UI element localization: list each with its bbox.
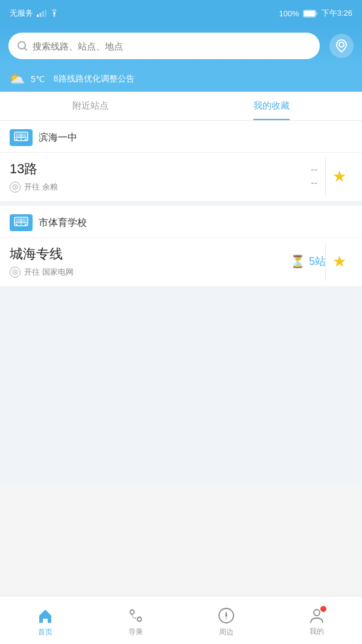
star-button-2[interactable]: ★: [326, 248, 352, 275]
svg-rect-2: [42, 11, 44, 17]
route-direction-2: 开往 国家电网: [10, 267, 290, 278]
bottom-nav: 首页 导乘 周边: [0, 596, 362, 644]
notification-dot: [320, 606, 326, 612]
compass-svg: [218, 607, 235, 624]
arrow-icon: [12, 184, 18, 190]
route-name-1[interactable]: 13路: [10, 160, 311, 178]
search-bar[interactable]: [8, 33, 320, 59]
svg-rect-0: [37, 14, 39, 17]
location-icon: [334, 39, 349, 53]
svg-rect-20: [16, 224, 17, 225]
bus-stop-icon-2: [10, 214, 33, 231]
search-input[interactable]: [33, 41, 311, 51]
direction-arrow-1: [10, 182, 21, 193]
divider-1: [325, 158, 326, 196]
status-right: 100% 下午3:26: [279, 8, 352, 19]
station-group-1: 滨海一中 13路 开往 余粮 -- --: [0, 121, 362, 201]
route-svg: [127, 607, 144, 624]
svg-rect-21: [25, 224, 27, 225]
svg-rect-6: [303, 10, 315, 16]
divider-2: [325, 243, 326, 281]
status-bottom-1: --: [311, 177, 317, 188]
arrow-icon-2: [12, 269, 18, 275]
svg-point-31: [314, 610, 320, 616]
home-label: 首页: [38, 627, 52, 637]
status-bar: 无服务 100% 下午3:26: [0, 0, 362, 27]
station-header-2: 市体育学校: [0, 206, 362, 237]
svg-point-25: [130, 610, 135, 614]
direction-text-1: 开往 余粮: [24, 182, 58, 193]
star-icon-1: ★: [332, 167, 346, 186]
bus-stop-icon-1: [10, 129, 33, 146]
battery-icon: [303, 10, 318, 18]
mine-label: 我的: [310, 626, 324, 637]
guide-label: 导乘: [129, 627, 143, 637]
wifi-icon: [37, 10, 46, 17]
svg-line-9: [25, 48, 27, 51]
tab-nearby[interactable]: 附近站点: [0, 92, 181, 120]
svg-point-10: [339, 42, 344, 47]
station-group-2: 市体育学校 城海专线 开往 国家电网 ⏳ 5站: [0, 206, 362, 286]
nav-nearby[interactable]: 周边: [181, 603, 272, 637]
tab-favorites[interactable]: 我的收藏: [181, 92, 362, 120]
star-button-1[interactable]: ★: [326, 163, 352, 190]
home-svg: [37, 607, 54, 624]
compass-icon: [217, 607, 235, 625]
status-top-1: --: [311, 164, 317, 175]
eta-badge: ⏳ 5站: [290, 254, 326, 269]
svg-rect-3: [45, 10, 47, 17]
route-direction-1: 开往 余粮: [10, 182, 311, 193]
search-icon: [17, 40, 28, 51]
eta-text: 5站: [309, 254, 326, 269]
nav-home[interactable]: 首页: [0, 603, 91, 637]
notice-text: 8路线路优化调整公告: [54, 74, 135, 84]
home-icon: [36, 607, 54, 625]
route-item-2: 城海专线 开往 国家电网 ⏳ 5站 ★: [0, 237, 362, 286]
search-bar-area: [0, 27, 362, 66]
route-main-1: 13路 开往 余粮: [10, 160, 311, 193]
route-main-2: 城海专线 开往 国家电网: [10, 245, 290, 278]
nav-mine[interactable]: 我的: [272, 604, 362, 637]
bus-icon: [14, 132, 28, 144]
tab-navigation: 附近站点 我的收藏: [0, 92, 362, 121]
status-left: 无服务: [10, 8, 59, 19]
nav-guide[interactable]: 导乘: [91, 603, 181, 637]
location-button[interactable]: [329, 34, 354, 58]
svg-rect-14: [25, 139, 27, 140]
svg-rect-13: [16, 139, 17, 140]
station-name-1: 滨海一中: [39, 132, 77, 144]
status-signal-text: 无服务: [10, 8, 33, 19]
route-icon: [127, 607, 145, 625]
temperature: 5℃: [31, 74, 45, 84]
mine-icon-wrap: [308, 607, 325, 624]
station-header-1: 滨海一中: [0, 121, 362, 152]
station-name-2: 市体育学校: [39, 217, 87, 229]
time-text: 下午3:26: [322, 8, 352, 19]
svg-point-30: [226, 615, 227, 617]
svg-point-4: [53, 12, 56, 14]
hourglass-icon: ⏳: [290, 254, 305, 269]
bus-icon-2: [14, 217, 28, 229]
battery-text: 100%: [279, 9, 299, 18]
route-name-2[interactable]: 城海专线: [10, 245, 290, 263]
svg-rect-1: [40, 13, 42, 17]
route-item-1: 13路 开往 余粮 -- -- ★: [0, 152, 362, 201]
signal-icon: [50, 9, 59, 18]
direction-text-2: 开往 国家电网: [24, 267, 74, 278]
route-status-1: -- --: [311, 164, 317, 188]
svg-rect-7: [316, 12, 317, 15]
direction-arrow-2: [10, 267, 21, 278]
weather-icon: ⛅: [8, 71, 25, 87]
notice-bar: ⛅ 5℃ 8路线路优化调整公告: [0, 66, 362, 92]
star-icon-2: ★: [332, 252, 346, 271]
content-area: 滨海一中 13路 开往 余粮 -- --: [0, 121, 362, 483]
nearby-label: 周边: [219, 627, 233, 637]
